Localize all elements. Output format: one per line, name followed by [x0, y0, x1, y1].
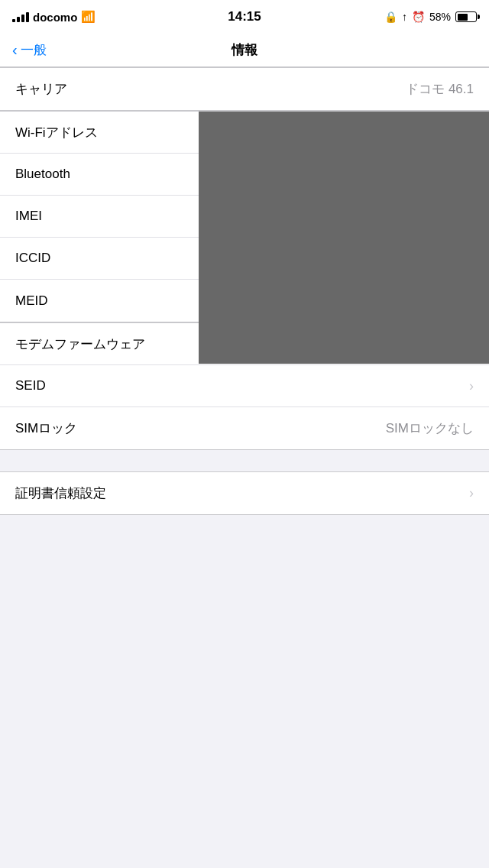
row-label-wifi: Wi-Fiアドレス — [15, 124, 98, 141]
status-left: docomo 📶 — [12, 10, 96, 24]
row-label-simlock: SIMロック — [15, 419, 77, 437]
row-value-simlock: SIMロックなし — [386, 419, 474, 437]
wifi-icon: 📶 — [81, 10, 96, 24]
nav-bar: ‹ 一般 情報 — [0, 34, 489, 67]
battery-percent: 58% — [429, 11, 451, 23]
alarm-icon: ⏰ — [412, 11, 425, 23]
row-label-imei: IMEI — [15, 209, 42, 224]
row-label-iccid: ICCID — [15, 251, 50, 266]
row-label-carrier: キャリア — [15, 80, 67, 98]
chevron-right-icon: › — [469, 378, 474, 394]
status-right: 🔒 ↑ ⏰ 58% — [384, 11, 477, 23]
redacted-overlay — [199, 112, 489, 364]
row-label-modem: モデムファームウェア — [15, 335, 145, 353]
table-row[interactable]: SEID › — [0, 365, 489, 407]
signal-bars — [12, 11, 29, 22]
status-time: 14:15 — [228, 9, 261, 24]
back-button[interactable]: ‹ 一般 — [12, 41, 47, 59]
page-title: 情報 — [232, 41, 257, 59]
location-icon: ↑ — [402, 11, 407, 23]
cert-row[interactable]: 証明書信頼設定 › — [0, 472, 489, 514]
table-row: SIMロック SIMロックなし — [0, 407, 489, 449]
chevron-right-icon: › — [469, 485, 474, 501]
row-label-meid: MEID — [15, 293, 48, 309]
lock-icon: 🔒 — [384, 11, 397, 23]
back-label: 一般 — [21, 41, 47, 59]
signal-bar-4 — [26, 12, 29, 22]
carrier-group: キャリア ドコモ 46.1 — [0, 67, 489, 111]
signal-bar-2 — [17, 17, 20, 22]
signal-bar-1 — [12, 19, 15, 22]
address-group: Wi-Fiアドレス Bluetooth IMEI ICCID MEID — [0, 111, 489, 322]
cert-group: 証明書信頼設定 › — [0, 471, 489, 515]
table-row: キャリア ドコモ 46.1 — [0, 68, 489, 110]
row-value-carrier: ドコモ 46.1 — [406, 80, 474, 98]
content: キャリア ドコモ 46.1 Wi-Fiアドレス Bluetooth IMEI I… — [0, 67, 489, 515]
row-label-seid: SEID — [15, 378, 46, 394]
carrier-label: docomo — [33, 11, 77, 24]
battery-icon — [455, 11, 477, 22]
status-bar: docomo 📶 14:15 🔒 ↑ ⏰ 58% — [0, 0, 489, 34]
row-label-cert: 証明書信頼設定 — [15, 484, 106, 502]
signal-bar-3 — [21, 15, 24, 22]
back-chevron-icon: ‹ — [12, 42, 18, 57]
row-label-bluetooth: Bluetooth — [15, 167, 70, 182]
